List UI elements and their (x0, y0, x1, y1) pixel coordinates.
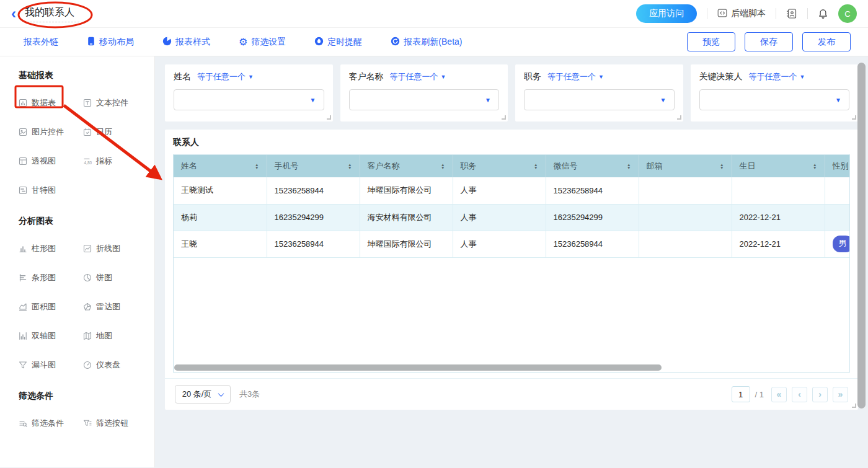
sidebar-item-calendar[interactable]: 日历 (83, 126, 154, 138)
sidebar-item-filter-condition[interactable]: 筛选条件 (19, 418, 83, 429)
sidebar-item-filter-button[interactable]: 筛选按钮 (83, 418, 154, 429)
resize-handle[interactable] (852, 404, 856, 408)
total-count: 共3条 (239, 389, 260, 400)
notification-bell-icon[interactable] (818, 9, 828, 19)
area-chart-icon (19, 302, 27, 311)
filter-value-select[interactable]: ▼ (349, 89, 500, 110)
column-header-job[interactable]: 职务▲▼ (453, 155, 546, 177)
filter-operator-dropdown[interactable]: 等于任意一个 ▼ (547, 71, 604, 82)
publish-button[interactable]: 发布 (802, 32, 851, 51)
page-size-select[interactable]: 20 条/页 (175, 385, 231, 404)
filter-card-job-title[interactable]: 职务 等于任意一个 ▼ ▼ (515, 64, 683, 121)
resize-handle[interactable] (502, 115, 506, 120)
horizontal-scrollbar[interactable] (174, 364, 662, 371)
toolbar-item-report-external-link[interactable]: 报表外链 (24, 37, 58, 48)
filter-operator-label: 等于任意一个 (547, 71, 596, 82)
filter-operator-dropdown[interactable]: 等于任意一个 ▼ (749, 71, 805, 82)
preview-button[interactable]: 预览 (687, 32, 735, 51)
column-header-phone[interactable]: 手机号▲▼ (267, 155, 360, 177)
filter-label: 关键决策人 (699, 71, 743, 82)
back-icon[interactable]: ‹ (11, 6, 16, 21)
sidebar-item-image-widget[interactable]: 图片控件 (19, 126, 83, 138)
pivot-icon (19, 157, 27, 166)
filter-card-name[interactable]: 姓名 等于任意一个 ▼ ▼ (165, 64, 333, 121)
sidebar-item-pie-chart[interactable]: 饼图 (83, 272, 154, 283)
app-access-button[interactable]: 应用访问 (636, 4, 697, 23)
toolbar-item-report-refresh[interactable]: 报表刷新(Beta) (391, 37, 462, 48)
column-label: 生日 (740, 161, 756, 172)
sort-icon[interactable]: ▲▼ (441, 163, 445, 169)
filter-value-select[interactable]: ▼ (524, 89, 675, 110)
cell-phone: 15236258944 (267, 177, 360, 204)
filter-widgets-row: 姓名 等于任意一个 ▼ ▼ 客户名称 等于任意一个 ▼ (165, 64, 858, 121)
sidebar-item-gantt[interactable]: 甘特图 (19, 185, 83, 196)
cell-phone: 15236258944 (267, 231, 360, 257)
column-label: 微信号 (554, 161, 578, 172)
sidebar-item-bar-chart[interactable]: 条形图 (19, 272, 83, 283)
column-header-gender[interactable]: 性别 (825, 155, 850, 177)
sort-icon[interactable]: ▲▼ (627, 163, 631, 169)
sidebar-item-radar-chart[interactable]: 雷达图 (83, 301, 154, 312)
sidebar-item-label: 甘特图 (32, 185, 56, 196)
cell-wechat: 15236258944 (546, 231, 639, 257)
cell-job: 人事 (453, 204, 546, 231)
toolbar-item-report-style[interactable]: 报表样式 (162, 37, 210, 48)
prev-page-button[interactable]: ‹ (792, 387, 807, 402)
column-header-birthday[interactable]: 生日▲▼ (732, 155, 825, 177)
next-page-button[interactable]: › (812, 387, 828, 402)
sort-icon[interactable]: ▲▼ (720, 163, 724, 169)
filter-operator-dropdown[interactable]: 等于任意一个 ▼ (197, 71, 254, 82)
divider (807, 8, 808, 19)
cell-wechat: 15236258944 (546, 177, 639, 204)
text-widget-icon (83, 99, 92, 107)
toolbar-item-mobile-layout[interactable]: 移动布局 (87, 37, 134, 48)
sidebar-item-label: 透视图 (32, 156, 56, 167)
column-header-name[interactable]: 姓名▲▼ (174, 155, 267, 177)
cell-name: 王晓测试 (174, 177, 267, 204)
resize-handle[interactable] (852, 115, 856, 120)
sidebar-item-indicator[interactable]: 4,80 指标 (83, 156, 154, 167)
sidebar-item-dual-axis-chart[interactable]: 双轴图 (19, 330, 83, 342)
filter-operator-dropdown[interactable]: 等于任意一个 ▼ (390, 71, 446, 82)
page-number-input[interactable]: 1 (732, 386, 750, 402)
sidebar-item-line-chart[interactable]: 折线图 (83, 243, 154, 254)
column-header-customer[interactable]: 客户名称▲▼ (360, 155, 453, 177)
toolbar-item-filter-settings[interactable]: ⚙ 筛选设置 (239, 37, 286, 48)
sidebar-item-column-chart[interactable]: 柱形图 (19, 243, 83, 254)
filter-card-customer-name[interactable]: 客户名称 等于任意一个 ▼ ▼ (340, 64, 508, 121)
sidebar-item-data-table[interactable]: 数据表 (19, 97, 83, 108)
filter-value-select[interactable]: ▼ (699, 89, 850, 110)
report-toolbar: 报表外链 移动布局 报表样式 ⚙ 筛选设置 定时提醒 报表刷新(Beta) 预览… (0, 28, 868, 56)
filter-card-key-decision-maker[interactable]: 关键决策人 等于任意一个 ▼ ▼ (691, 64, 859, 121)
column-label: 性别 (833, 161, 849, 172)
sidebar-item-text-widget[interactable]: 文本控件 (83, 97, 154, 108)
first-page-button[interactable]: « (771, 387, 787, 402)
sidebar-item-funnel-chart[interactable]: 漏斗图 (19, 360, 83, 371)
page-title[interactable]: 我的联系人 (24, 5, 79, 22)
sort-icon[interactable]: ▲▼ (255, 163, 259, 169)
last-page-button[interactable]: » (833, 387, 848, 402)
save-button[interactable]: 保存 (745, 32, 793, 51)
column-header-email[interactable]: 邮箱▲▼ (639, 155, 732, 177)
resize-handle[interactable] (327, 115, 331, 120)
sidebar-item-gauge-chart[interactable]: 仪表盘 (83, 360, 154, 371)
toolbar-item-timed-reminder[interactable]: 定时提醒 (314, 37, 362, 48)
sort-icon[interactable]: ▲▼ (813, 163, 817, 169)
code-icon (717, 8, 727, 20)
sort-icon[interactable]: ▲▼ (348, 163, 352, 169)
sidebar-item-pivot-view[interactable]: 透视图 (19, 156, 83, 167)
filter-value-select[interactable]: ▼ (174, 89, 324, 110)
user-avatar[interactable]: C (838, 4, 857, 23)
sort-icon[interactable]: ▲▼ (534, 163, 538, 169)
cell-birthday (732, 177, 825, 204)
backend-script-button[interactable]: 后端脚本 (717, 8, 766, 20)
contacts-table-widget[interactable]: 联系人 姓名▲▼ 手机号▲▼ 客户名称▲▼ 职务▲▼ 微信号▲▼ (165, 130, 858, 410)
filter-label: 职务 (524, 71, 541, 82)
vertical-scrollbar[interactable] (857, 63, 866, 408)
contacts-icon[interactable] (786, 8, 797, 19)
resize-handle[interactable] (677, 115, 681, 120)
column-header-wechat[interactable]: 微信号▲▼ (546, 155, 639, 177)
sidebar-item-map-chart[interactable]: 地图 (83, 330, 154, 342)
sidebar-item-area-chart[interactable]: 面积图 (19, 301, 83, 312)
cell-customer: 海安材料有限公司 (360, 204, 453, 231)
